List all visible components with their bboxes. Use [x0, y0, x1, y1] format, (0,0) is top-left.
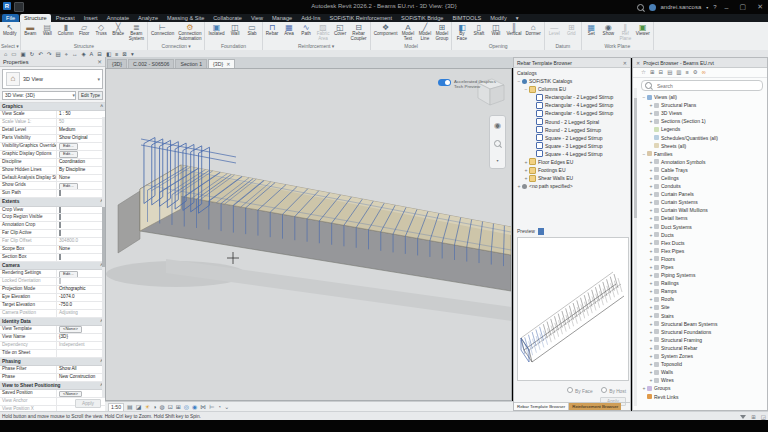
project-item-flex-ducts[interactable]: +Flex Ducts [639, 239, 767, 247]
brace-button[interactable]: ╳Brace [110, 22, 127, 37]
area-button[interactable]: ▦Area [281, 22, 298, 37]
project-item-legends[interactable]: Legends [639, 125, 767, 133]
project-item-structural-foundations[interactable]: +Structural Foundations [639, 328, 767, 336]
reveal-hidden-elements-icon[interactable]: ◉ [192, 403, 197, 411]
beam-3d-view[interactable] [106, 69, 512, 401]
project-item-groups[interactable]: +Groups [639, 384, 767, 392]
avatar[interactable] [649, 4, 656, 11]
ribbon-tab-manage[interactable]: Manage [268, 14, 296, 22]
project-item-structural-beam-systems[interactable]: +Structural Beam Systems [639, 320, 767, 328]
ribbon-tab-annotate[interactable]: Annotate [103, 14, 133, 22]
section-camera[interactable]: Camera^ [0, 262, 105, 270]
project-item-walls[interactable]: +Walls [639, 368, 767, 376]
project-item-toposolid[interactable]: +Toposolid [639, 360, 767, 368]
rebar-item-shear-walls-eu[interactable]: +Shear Walls EU [514, 174, 630, 182]
reveal-constraints-icon[interactable]: ⊨ [209, 403, 214, 411]
tile-view-icon[interactable]: ▥ [676, 69, 681, 76]
search-icon[interactable] [637, 4, 644, 11]
project-item-ramps[interactable]: +Ramps [639, 287, 767, 295]
rebar-item-square-4-legged-stirrup[interactable]: Square - 4 Legged Stirrup [514, 150, 630, 158]
search-input[interactable] [655, 82, 749, 90]
project-item-detail-items[interactable]: +Detail Items [639, 214, 767, 222]
project-item-structural-rebar[interactable]: +Structural Rebar [639, 344, 767, 352]
column-button[interactable]: ▮Column [56, 22, 76, 37]
rendering-dialog-icon[interactable]: ◍ [159, 403, 164, 411]
help-icon[interactable]: ? [713, 4, 716, 10]
cover-button[interactable]: ◱Cover [332, 22, 349, 37]
close-icon[interactable]: ✕ [623, 60, 627, 66]
steering-wheel-icon[interactable]: ◉ [494, 121, 501, 130]
section-identity-data[interactable]: Identity Data^ [0, 318, 105, 326]
ribbon-tab-sofistik-reinforcement[interactable]: SOFiSTiK Reinforcement [325, 14, 396, 22]
floor-button[interactable]: ▱Floor [76, 22, 93, 37]
ribbon-tab-massing-site[interactable]: Massing & Site [163, 14, 208, 22]
project-item-views-all[interactable]: −Views (all) [639, 93, 767, 101]
aligned-dimension-icon[interactable]: ↔ [72, 51, 78, 57]
tab-reinforcement-browser[interactable]: Reinforcement Browser [569, 403, 621, 410]
beam-button[interactable]: ▬Beam [22, 22, 39, 37]
chevron-down-icon[interactable]: ▾ [706, 5, 708, 10]
accelerated-graphics-toggle[interactable] [438, 79, 451, 86]
close-button[interactable]: ✕ [754, 3, 766, 11]
customize-qat-icon[interactable]: ▾ [131, 51, 134, 57]
tab-rebar-template-browser[interactable]: Rebar Template Browser [514, 403, 569, 410]
by-face-radio[interactable]: By Face [567, 387, 593, 394]
home-icon[interactable]: ⌂ [4, 51, 7, 57]
rebar-item-round-2-legged-stirrup[interactable]: Round - 2 Legged Stirrup [514, 126, 630, 134]
project-item-3d-views[interactable]: +3D Views [639, 109, 767, 117]
print-icon[interactable]: ▤ [56, 51, 61, 57]
checkbox[interactable] [59, 207, 61, 213]
collapse-all-icon[interactable]: ⊟ [659, 69, 664, 76]
path-button[interactable]: ∿Path [298, 22, 315, 37]
checkbox[interactable] [59, 222, 61, 228]
checkbox[interactable] [59, 190, 61, 196]
connection-button[interactable]: ⊢Connection [149, 22, 176, 37]
rebar-coupler-button[interactable]: ⊟Rebar Coupler [349, 22, 369, 42]
section-view-to-sheet-positioning[interactable]: View to Sheet Positioning^ [0, 382, 105, 390]
ribbon-tab-view[interactable]: View [247, 14, 267, 22]
shadows-icon[interactable]: ◑ [153, 403, 157, 411]
modify-button[interactable]: ↖Modify [1, 22, 19, 37]
project-item-structural-framing[interactable]: +Structural Framing [639, 336, 767, 344]
vertical-button[interactable]: ║Vertical [504, 22, 523, 37]
isolated-button[interactable]: ▣Isolated [206, 22, 226, 37]
none-button[interactable]: <None> [59, 326, 82, 332]
redo-icon[interactable]: ↷ [47, 51, 52, 57]
beam-system-button[interactable]: ≣Beam System [127, 22, 146, 42]
settings-icon[interactable]: ⚙ [693, 69, 698, 76]
section-phasing[interactable]: Phasing^ [0, 358, 105, 366]
search-box[interactable] [641, 80, 763, 91]
close-tab-icon[interactable]: ✕ [226, 61, 230, 67]
properties-apply-button[interactable]: Apply [75, 399, 101, 408]
text-icon[interactable]: A [90, 51, 94, 57]
rebar-item-footings-eu[interactable]: +Footings EU [514, 166, 630, 174]
rebar-item-columns-eu[interactable]: −Columns EU [514, 85, 630, 93]
project-item-curtain-systems[interactable]: +Curtain Systems [639, 198, 767, 206]
thin-lines-icon[interactable]: ≡ [115, 51, 118, 57]
wall-button[interactable]: ◫Wall [227, 22, 244, 37]
viewer-button[interactable]: ▣Viewer [634, 22, 652, 37]
set-button[interactable]: ▦Set [583, 22, 600, 37]
ribbon-tab-precast[interactable]: Precast [52, 14, 79, 22]
checkbox[interactable] [59, 254, 61, 260]
project-item-floors[interactable]: +Floors [639, 255, 767, 263]
project-item-railings[interactable]: +Railings [639, 279, 767, 287]
rebar-item-square-3-legged-stirrup[interactable]: Square - 3 Legged Stirrup [514, 142, 630, 150]
edit-button[interactable]: Edit... [59, 183, 78, 189]
zoom-icon[interactable] [494, 140, 501, 147]
ribbon-options-icon[interactable]: ▾ [512, 14, 523, 22]
rebar-item-no-path-specified[interactable]: +<no path specified> [514, 182, 630, 190]
model-text-button[interactable]: AModel Text [399, 22, 416, 42]
rebar-item-rectangular-4-legged-stirrup[interactable]: Rectangular - 4 Legged Stirrup [514, 101, 630, 109]
project-item-curtain-wall-mullions[interactable]: +Curtain Wall Mullions [639, 206, 767, 214]
project-item-sheets-all[interactable]: Sheets (all) [639, 142, 767, 150]
project-item-structural-plans[interactable]: +Structural Plans [639, 101, 767, 109]
view-tab-3d[interactable]: {3D}✕ [208, 59, 235, 68]
ribbon-tab-insert[interactable]: Insert [80, 14, 102, 22]
show-button[interactable]: ◉Show [600, 22, 617, 37]
editable-only-icon[interactable]: ⊞ [751, 414, 756, 420]
dormer-button[interactable]: ⌂Dormer [523, 22, 542, 37]
worksharing-display-icon[interactable]: ◔ [218, 403, 222, 411]
view-tab-3d[interactable]: {3D} [107, 59, 127, 68]
exclude-options-icon[interactable]: ◲ [761, 414, 766, 420]
